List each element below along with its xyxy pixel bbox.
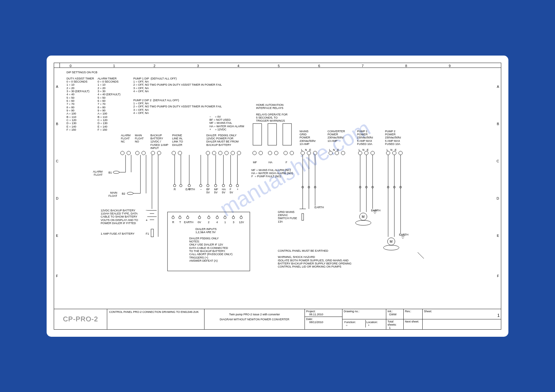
row-d-l: D <box>56 196 58 200</box>
svg-point-51 <box>207 184 209 187</box>
dialer-inputs: DIALER INPUTS 1,2,3&4 ARE 5V <box>195 228 217 234</box>
subtitle2: DIAGRAM WITHOUT NEWTON POWER CONVERTER <box>206 318 303 321</box>
lne3: L N E <box>359 148 369 151</box>
svg-point-64 <box>359 186 361 188</box>
lbl-pump1: PUMP 1 POWER 230Vac/50hz 5 AMP MAX FUSED… <box>357 130 373 146</box>
svg-point-8 <box>172 151 176 155</box>
relay-ha: HA <box>268 161 273 164</box>
svg-text:+: + <box>146 219 148 222</box>
lbl-conv: CONVERTER POWER 230Vac/50hz 13 AMP <box>328 130 345 142</box>
lne2: L N E <box>329 148 339 151</box>
svg-rect-41 <box>151 229 154 237</box>
svg-point-78 <box>208 216 210 219</box>
fuse-note: 1 AMP FUSE AT BATTERY <box>101 232 135 235</box>
earth-lbl-1: EARTH <box>314 206 324 209</box>
e-earth: EARTH <box>184 221 193 224</box>
svg-point-108 <box>386 151 390 155</box>
e-t: T <box>179 221 181 224</box>
lbl-phone: PHONE LINE IN, LINK TO DIALER <box>172 134 183 146</box>
svg-point-102 <box>360 213 367 220</box>
e-r: R <box>172 221 174 224</box>
svg-point-9 <box>178 151 182 155</box>
svg-point-82 <box>224 216 226 219</box>
svg-point-68 <box>393 186 395 188</box>
svg-point-12 <box>218 151 222 155</box>
d-ha: HA 5V <box>222 188 226 194</box>
lbl-pump2: PUMP 2 POWER 230Vac/50hz 5 AMP MAX FUSED… <box>385 130 401 146</box>
lbl-main-float: MAIN FLOAT NO <box>135 134 144 143</box>
svg-point-93 <box>329 151 333 155</box>
float-main: MAIN FLOAT <box>108 191 117 198</box>
svg-point-11 <box>212 151 216 155</box>
svg-rect-24 <box>283 124 291 145</box>
svg-text:−: − <box>146 209 148 212</box>
svg-point-110 <box>399 151 402 155</box>
row-c-l: C <box>56 159 58 163</box>
svg-point-6 <box>151 151 155 155</box>
alarm-timer: ALARM TIMER 0 = 0 SECONDS 1 = 10 2 = 20 … <box>98 77 121 132</box>
d-minus: − <box>200 188 202 191</box>
svg-point-5 <box>142 151 145 155</box>
svg-point-104 <box>355 220 371 225</box>
grid-switch: GRID MAINS 230VAC SWITCH FUSE 13A <box>278 210 297 223</box>
pump2-dip: PUMP 2 DIP 2 (DEFAULT ALL OFF) 1 = OFF, … <box>133 99 222 115</box>
relay-f: F <box>286 161 287 164</box>
svg-rect-91 <box>302 214 304 220</box>
svg-point-4 <box>135 151 139 155</box>
e-2: 2 <box>208 221 209 224</box>
col-7: 7 <box>362 64 364 68</box>
earth-d: EARTH <box>186 188 195 191</box>
d-mf: MF 5V <box>214 188 218 194</box>
svg-line-123 <box>418 252 424 259</box>
svg-point-17 <box>259 151 263 155</box>
svg-point-116 <box>383 245 399 250</box>
warning: CONTROL PANEL MUST BE EARTHED WARNING, S… <box>278 249 351 268</box>
svg-point-55 <box>222 184 225 187</box>
svg-point-66 <box>372 186 374 188</box>
svg-point-25 <box>113 171 119 173</box>
row-a-l: A <box>56 85 58 88</box>
row-c-r: C <box>497 159 499 163</box>
dip-title: DIP SETTINGS ON PCB <box>67 71 97 74</box>
svg-point-69 <box>400 186 401 188</box>
svg-text:M: M <box>362 215 365 219</box>
col-0: 0 <box>70 64 71 68</box>
row-e-r: E <box>497 234 499 237</box>
relay-legend: MF = MAINS FAIL ALARM (NC) HA = WATER HI… <box>251 169 293 178</box>
svg-point-21 <box>290 151 294 155</box>
e-3: 3 <box>233 221 234 224</box>
svg-point-94 <box>335 151 339 155</box>
e-1: 1 <box>224 221 226 224</box>
svg-point-61 <box>302 186 304 188</box>
svg-text:M: M <box>390 240 392 243</box>
svg-point-49 <box>200 184 202 187</box>
row-e-l: E <box>56 234 58 237</box>
svg-point-29 <box>127 192 133 195</box>
svg-rect-23 <box>268 124 277 145</box>
svg-point-96 <box>358 151 362 155</box>
drawing-sheet: manualshive.com 0 1 2 3 4 5 6 7 8 9 A A … <box>48 56 507 336</box>
fuse-f1: F1 <box>146 232 149 235</box>
svg-point-43 <box>173 184 176 187</box>
col-6: 6 <box>318 64 320 68</box>
svg-point-2 <box>121 151 124 155</box>
lne4: L N E <box>387 148 397 151</box>
svg-point-7 <box>157 151 161 155</box>
svg-point-62 <box>308 186 310 188</box>
svg-point-121 <box>307 151 311 155</box>
row-d-r: D <box>497 196 499 200</box>
svg-point-19 <box>274 151 278 155</box>
e-4: 4 <box>216 221 218 224</box>
titleblock: CP-PRO-2 CONTROL PANEL PRO-2 CONNECTION … <box>54 309 501 329</box>
svg-point-59 <box>236 184 239 187</box>
svg-point-80 <box>216 216 218 219</box>
svg-point-13 <box>225 151 228 155</box>
svg-point-3 <box>127 151 131 155</box>
col-3: 3 <box>197 64 199 68</box>
d-f: F 5V <box>230 188 233 194</box>
svg-point-122 <box>313 151 317 155</box>
svg-point-98 <box>371 151 374 155</box>
logo: CP-PRO-2 <box>54 309 107 329</box>
col-1: 1 <box>113 64 115 68</box>
svg-point-97 <box>365 151 368 155</box>
